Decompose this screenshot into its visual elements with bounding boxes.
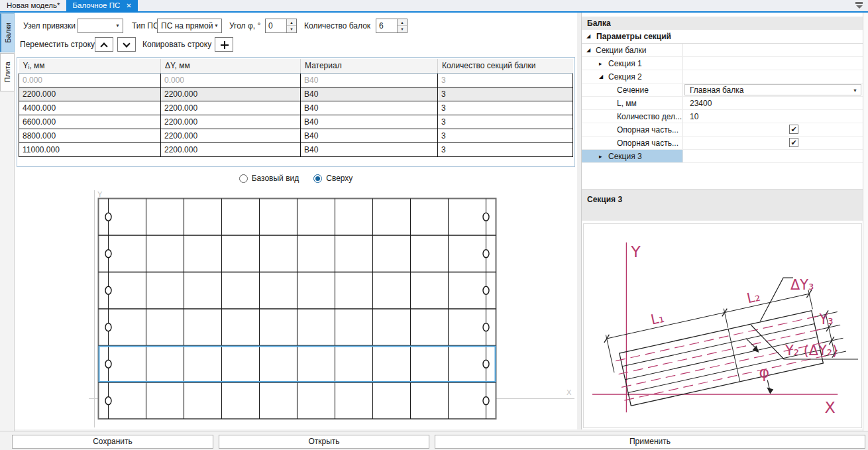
table-row[interactable]: 4400.000 2200.000 В40 3 [19,101,573,115]
tab-label: Новая модель* [7,0,60,11]
footer-bar: Сохранить Открыть Применить [0,431,868,450]
spinner-buttons[interactable]: ▲ ▼ [286,19,296,32]
cell-material[interactable]: В40 [301,115,438,129]
save-button[interactable]: Сохранить [12,435,213,449]
expander-expanded-icon[interactable]: ◢ [586,44,590,57]
cell-dy[interactable]: 2200.000 [161,101,301,115]
beam-count-spinner[interactable]: 6 ▲ ▼ [376,19,407,33]
diagram-y-label: Y [630,243,641,261]
radio-top-view[interactable]: Сверху [313,173,353,184]
table-row[interactable]: 11000.000 2200.000 В40 3 [19,142,573,156]
cell-dy[interactable]: 2200.000 [161,87,301,101]
property-row-support-1[interactable]: Опорная часть... ✔ [582,123,863,137]
spin-down-icon[interactable]: ▼ [287,26,296,32]
diagram-y3-label: Y₃ [819,311,834,327]
phi-arrowhead [767,388,773,394]
table-row[interactable]: 6600.000 2200.000 В40 3 [19,115,573,129]
spinner-buttons[interactable]: ▲ ▼ [397,19,407,32]
cell-yi[interactable]: 0.000 [19,73,161,87]
cell-sections[interactable]: 3 [438,73,573,87]
combobox-value: Главная балка [690,85,743,95]
tab-beam-ps[interactable]: Балочное ПС ✕ [66,0,137,11]
section-combobox[interactable]: Главная балка ▼ [684,84,861,95]
cell-material[interactable]: В40 [301,101,438,115]
property-row-length[interactable]: L, мм 23400 [582,97,863,110]
anchor-node-label: Узел привязки [23,19,76,33]
column-header-dy[interactable]: ΔY, мм [161,59,301,73]
expander-expanded-icon[interactable]: ◢ [599,70,603,84]
property-row-support-2[interactable]: Опорная часть... ✔ [582,137,863,150]
tree-item-section-3[interactable]: ▸ Секция 3 [582,150,863,163]
cell-yi[interactable]: 4400.000 [19,101,161,115]
cell-yi[interactable]: 8800.000 [19,129,161,142]
plan-view-canvas[interactable]: Y X [15,185,577,429]
cell-dy[interactable]: 0.000 [161,73,301,87]
support-checkbox-1[interactable]: ✔ [789,125,798,134]
cell-material[interactable]: В40 [301,87,438,101]
length-field[interactable]: 23400 [690,97,712,110]
diagram-x-label: X [824,398,835,417]
move-row-down-button[interactable] [117,37,136,52]
section-diagram: Y X [584,224,861,427]
move-row-label: Переместить строку [20,37,95,52]
category-row-section-params[interactable]: ◢ Параметры секций [582,30,863,44]
cell-material[interactable]: В40 [301,129,438,142]
radio-label: Сверху [326,174,353,183]
cell-sections[interactable]: 3 [438,101,573,115]
ps-type-combobox[interactable]: ПС на прямой ▼ [157,19,222,33]
cell-dy[interactable]: 2200.000 [161,115,301,129]
table-row[interactable]: 8800.000 2200.000 В40 3 [19,129,573,142]
inspector-panel: Балка ◢ Параметры секций ◢ Секции балки … [581,13,863,429]
cell-dy[interactable]: 2200.000 [161,129,301,142]
beam-table: Yᵢ, мм ΔY, мм Материал Количество секций… [19,59,573,157]
radio-icon [313,174,322,183]
tab-overflow-button[interactable] [855,2,863,9]
cell-sections[interactable]: 3 [438,115,573,129]
angle-spinner[interactable]: 0 ▲ ▼ [265,19,297,33]
spin-down-icon[interactable]: ▼ [398,26,407,32]
spinner-value: 0 [268,19,273,32]
tab-new-model[interactable]: Новая модель* [0,0,66,11]
column-header-material[interactable]: Материал [301,59,438,73]
spin-up-icon[interactable]: ▲ [287,19,296,26]
cell-sections[interactable]: 3 [438,87,573,101]
angle-label: Угол φ, ° [229,19,260,33]
expander-expanded-icon[interactable]: ◢ [586,30,590,43]
chevron-down-icon: ▼ [214,19,219,32]
anchor-node-combobox[interactable]: ▼ [78,19,123,33]
expander-collapsed-icon[interactable]: ▸ [599,57,602,70]
table-row[interactable]: 0.000 0.000 В40 3 [19,73,573,87]
cell-dy[interactable]: 2200.000 [161,142,301,156]
move-row-up-button[interactable] [95,37,113,52]
cell-yi[interactable]: 2200.000 [19,87,161,101]
support-checkbox-2[interactable]: ✔ [789,138,798,147]
tree-item-section-1[interactable]: ▸ Секция 1 [582,57,863,70]
side-tab-beams[interactable]: Балки [0,13,15,52]
tree-item-label: Секция 1 [608,57,642,70]
tree-item-section-2[interactable]: ◢ Секция 2 [582,70,863,84]
cell-material[interactable]: В40 [301,142,438,156]
spin-up-icon[interactable]: ▲ [398,19,407,26]
tree-item-label: Секции балки [596,44,646,57]
cell-sections[interactable]: 3 [438,129,573,142]
column-header-sections[interactable]: Количество секций балки [438,59,573,73]
copy-row-button[interactable] [215,37,233,52]
apply-button[interactable]: Применить [435,435,865,449]
property-row-divisions[interactable]: Количество дел... 10 [582,110,863,123]
open-button[interactable]: Открыть [219,435,429,449]
expander-collapsed-icon[interactable]: ▸ [599,150,602,163]
column-header-yi[interactable]: Yᵢ, мм [19,59,161,73]
table-row[interactable]: 2200.000 2200.000 В40 3 [19,87,573,101]
property-row-section[interactable]: Сечение Главная балка ▼ [582,84,863,97]
cell-material[interactable]: В40 [301,73,438,87]
tree-item-beam-sections[interactable]: ◢ Секции балки [582,44,863,57]
cell-yi[interactable]: 6600.000 [19,115,161,129]
cell-sections[interactable]: 3 [438,142,573,156]
side-tab-plate[interactable]: Плита [0,53,15,91]
spinner-value: 6 [379,19,384,32]
tab-close-icon[interactable]: ✕ [126,3,131,9]
diagram-l2-label: L₂ [745,288,762,307]
radio-base-view[interactable]: Базовый вид [239,173,299,184]
cell-yi[interactable]: 11000.000 [19,142,161,156]
divisions-field[interactable]: 10 [690,110,698,123]
